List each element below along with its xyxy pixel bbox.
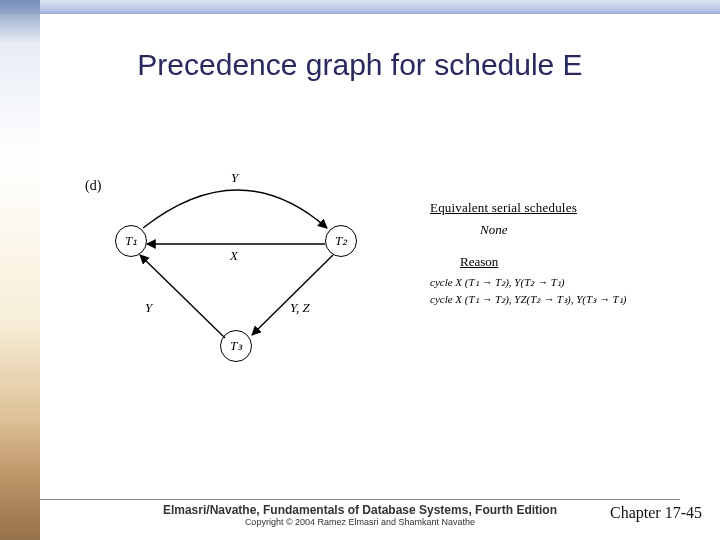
reason-line-1: cycle X (T₁ → T₂), Y(T₂ → T₁): [430, 274, 690, 291]
top-stripe: [0, 0, 720, 14]
schedules-header: Equivalent serial schedules: [430, 200, 690, 216]
reason-header: Reason: [460, 254, 690, 270]
reason-line-2: cycle X (T₁ → T₂), YZ(T₂ → T₃), Y(T₃ → T…: [430, 291, 690, 308]
schedules-value: None: [480, 222, 690, 238]
edge-t3-t1: [140, 255, 225, 338]
slide-title: Precedence graph for schedule E: [0, 48, 720, 82]
chapter-label: Chapter 17-45: [610, 504, 702, 522]
graph-edges: [85, 170, 405, 390]
edge-t1-t2-top: [143, 190, 327, 228]
edge-t2-t3: [252, 255, 333, 335]
precedence-graph: T₁ T₂ T₃ Y X Y Y, Z: [85, 170, 405, 390]
footer-rule: [40, 499, 680, 500]
equivalent-schedules-box: Equivalent serial schedules None Reason …: [430, 200, 690, 307]
